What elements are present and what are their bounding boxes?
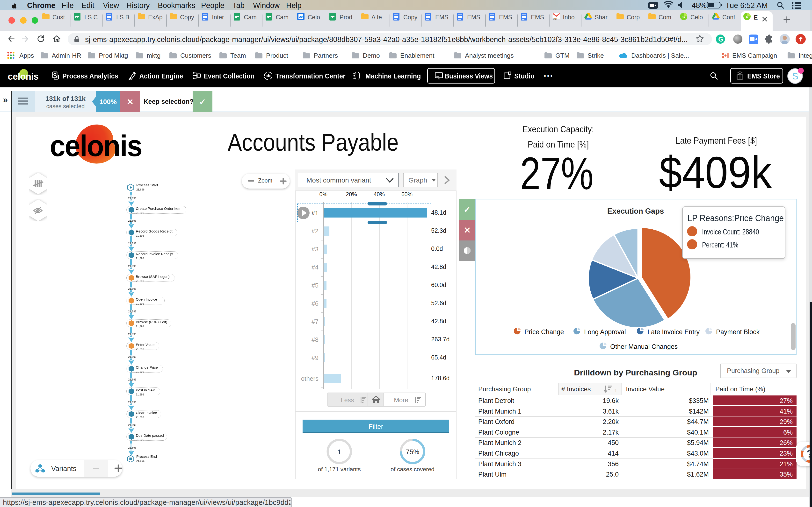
svg-text:20: 20 [299, 15, 303, 18]
svg-text:60+: 60+ [553, 17, 558, 20]
svg-text:c: c [746, 14, 748, 19]
svg-text:c: c [682, 14, 685, 19]
